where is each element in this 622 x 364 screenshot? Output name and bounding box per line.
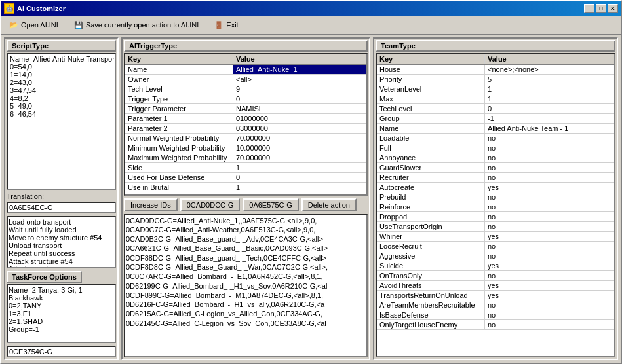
team-row[interactable]: Prebuildno [377, 192, 614, 202]
team-row[interactable]: Fullno [377, 143, 614, 153]
taskforce-list-item[interactable]: 2=1,SHAD [9, 318, 114, 325]
team-row[interactable]: TechLevel0 [377, 104, 614, 114]
team-key: GuardSlower [377, 163, 485, 172]
trigger-row[interactable]: Tech Level9 [125, 84, 366, 94]
taskforce-list-item[interactable]: Name=2 Tanya, 3 Gi, 1 Blackhawk [9, 286, 114, 302]
script-list-item[interactable]: 5=49,0 [9, 102, 114, 110]
team-row[interactable]: GuardSlowerno [377, 163, 614, 173]
team-row[interactable]: UseTransportOriginno [377, 222, 614, 232]
script-list-item[interactable]: 2=43,0 [9, 79, 114, 86]
trigger-key: Use in Normal [125, 192, 233, 196]
team-key: UseTransportOrigin [377, 222, 485, 231]
trigger-textarea[interactable] [124, 214, 368, 358]
minimize-button[interactable]: ─ [584, 4, 594, 13]
action-list-item[interactable]: Move to enemy structure #54 [9, 234, 114, 242]
team-row[interactable]: OnlyTargetHouseEnemyno [377, 320, 614, 330]
trigger-row[interactable]: Normal Weighted Probability70.000000 [125, 134, 366, 143]
script-list-item[interactable]: 1=14,0 [9, 71, 114, 79]
team-row[interactable]: AvoidThreatsyes [377, 281, 614, 291]
action-list-item[interactable]: Unload transport [9, 242, 114, 249]
close-button[interactable]: ✕ [608, 4, 618, 13]
trigger-key: Trigger Parameter [125, 104, 233, 113]
trigger-row[interactable]: Use in Brutal1 [125, 183, 366, 192]
id1-button[interactable]: 0CAD0DCC-G [180, 198, 241, 211]
teamtype-title: TeamType [376, 40, 615, 52]
team-row[interactable]: TransportsReturnOnUnloadyes [377, 291, 614, 300]
trigger-row[interactable]: Trigger ParameterNAMISL [125, 104, 366, 114]
script-list-item[interactable]: 4=8,2 [9, 94, 114, 102]
team-row[interactable]: AreTeamMembersRecruitableno [377, 300, 614, 310]
team-key: House [377, 65, 485, 74]
trigger-row[interactable]: NameAllied_Anti-Nuke_1 [125, 65, 366, 75]
trigger-row[interactable]: Minimum Weighted Probability10.000000 [125, 143, 366, 153]
id2-button[interactable]: 0A6E575C-G [243, 198, 298, 211]
team-row[interactable]: Aggressiveno [377, 251, 614, 261]
maximize-button[interactable]: □ [596, 4, 606, 13]
team-row[interactable]: NameAllied Anti-Nuke Team - 1 [377, 124, 614, 134]
trigger-value: 1 [233, 192, 366, 196]
actions-listbox[interactable]: Load onto transportWait until fully load… [7, 216, 116, 268]
trigger-value: 10.000000 [233, 143, 366, 153]
trigger-row[interactable]: Use in Normal1 [125, 192, 366, 196]
exit-button[interactable]: 🚪 Exit [209, 18, 243, 32]
action-list-item[interactable]: Attack structures [9, 265, 114, 268]
increase-ids-button[interactable]: Increase IDs [124, 198, 178, 211]
trigger-row[interactable]: Used For Base Defense0 [125, 173, 366, 183]
taskforce-list-item[interactable]: Group=-1 [9, 325, 114, 333]
trigger-key: Parameter 1 [125, 114, 233, 123]
app-icon: 🤖 [4, 3, 14, 14]
team-row[interactable]: Droppodno [377, 212, 614, 222]
taskforce-listbox[interactable]: Name=2 Tanya, 3 Gi, 1 Blackhawk0=2,TANY1… [7, 284, 116, 343]
trigger-value: 70.000000 [233, 134, 366, 143]
trigger-row[interactable]: Parameter 203000000 [125, 124, 366, 134]
script-list-item[interactable]: 0=54,0 [9, 63, 114, 71]
team-value: no [485, 202, 614, 211]
team-row[interactable]: IsBaseDefenseno [377, 310, 614, 320]
team-row[interactable]: OnTransOnlyno [377, 271, 614, 281]
trigger-row[interactable]: Parameter 101000000 [125, 114, 366, 124]
team-row[interactable]: VeteranLevel1 [377, 84, 614, 94]
action-list-item[interactable]: Wait until fully loaded [9, 226, 114, 234]
script-list-item[interactable]: Name=Allied Anti-Nuke Transport [9, 55, 114, 63]
team-row[interactable]: Loadableno [377, 134, 614, 143]
trigger-value: NAMISL [233, 104, 366, 113]
trigger-row[interactable]: Maximum Weighted Probability70.000000 [125, 153, 366, 163]
team-row[interactable]: Recruiterno [377, 173, 614, 183]
team-row[interactable]: LooseRecruitno [377, 242, 614, 251]
action-list-item[interactable]: Repeat until success [9, 249, 114, 257]
main-content: ScriptType Name=Allied Anti-Nuke Transpo… [1, 35, 621, 363]
action-list-item[interactable]: Load onto transport [9, 218, 114, 226]
trigger-row[interactable]: Owner<all> [125, 75, 366, 84]
team-row[interactable]: Reinforceno [377, 202, 614, 212]
team-row[interactable]: Whineryes [377, 232, 614, 242]
team-row[interactable]: Autocreateyes [377, 183, 614, 192]
trigger-value: Allied_Anti-Nuke_1 [233, 65, 366, 74]
taskforce-list-item[interactable]: 1=3,E1 [9, 310, 114, 318]
team-row[interactable]: Priority5 [377, 75, 614, 84]
team-row[interactable]: Group-1 [377, 114, 614, 124]
save-button[interactable]: 💾 Save currently open action to AI.INI [69, 18, 203, 32]
trigger-key: Used For Base Defense [125, 173, 233, 182]
team-value: yes [485, 291, 614, 300]
team-value: no [485, 134, 614, 143]
team-row[interactable]: Annoyanceno [377, 153, 614, 163]
team-row[interactable]: Suicideyes [377, 261, 614, 271]
team-key: Prebuild [377, 192, 485, 202]
open-button[interactable]: 📂 Open AI.INI [4, 18, 63, 32]
trigger-table: KeyValueNameAllied_Anti-Nuke_1Owner<all>… [124, 53, 368, 196]
trigger-value: 01000000 [233, 114, 366, 123]
team-value: <none>;<none> [485, 65, 614, 74]
taskforce-list-item[interactable]: 0=2,TANY [9, 302, 114, 310]
script-list-item[interactable]: 3=47,54 [9, 86, 114, 94]
trigger-row[interactable]: Side1 [125, 163, 366, 173]
team-value: no [485, 251, 614, 261]
team-row[interactable]: House<none>;<none> [377, 65, 614, 75]
delete-action-button[interactable]: Delete action [301, 198, 357, 211]
team-row[interactable]: Max1 [377, 94, 614, 104]
trigger-row[interactable]: Trigger Type0 [125, 94, 366, 104]
script-list-item[interactable]: 6=46,54 [9, 110, 114, 118]
team-key: AvoidThreats [377, 281, 485, 290]
trigger-key: Use in Brutal [125, 183, 233, 192]
action-list-item[interactable]: Attack structure #54 [9, 257, 114, 265]
script-listbox[interactable]: Name=Allied Anti-Nuke Transport0=54,01=1… [7, 53, 116, 190]
